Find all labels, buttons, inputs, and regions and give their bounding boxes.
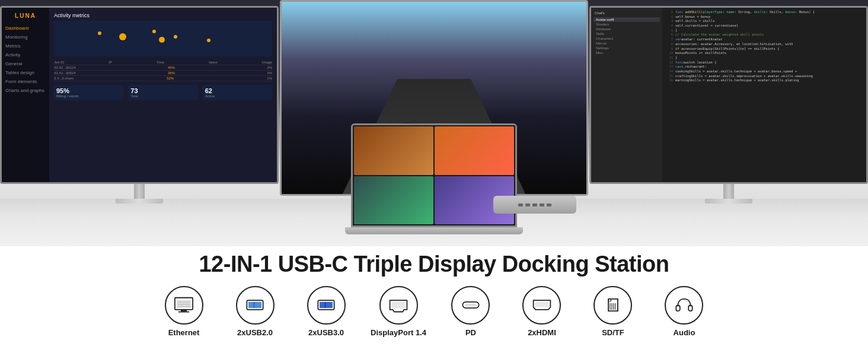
map-dot-6 — [159, 37, 165, 43]
dock-port-1 — [518, 204, 523, 206]
hdmi-label: 2xHDMI — [528, 328, 556, 337]
file-avatar: Avatar.swift — [593, 17, 660, 22]
map-dot-1 — [98, 31, 101, 35]
ethernet-svg — [173, 297, 194, 313]
displayport-label: DisplayPort 1.4 — [371, 328, 426, 337]
stat-95: 95% Billing / month — [54, 85, 123, 100]
code-line-11: 11 } — [665, 56, 864, 61]
svg-rect-15 — [465, 304, 477, 306]
code-line-16: 16 earningSkills = avatar.skills.techniq… — [665, 78, 864, 83]
sdtf-icon — [593, 286, 632, 325]
code-line-3: 3 self.skills = skills — [665, 19, 864, 24]
file-menus: Menus — [593, 41, 660, 46]
feature-ethernet: Ethernet — [157, 286, 210, 337]
monitor-right: Chef's Avatar.swift Shaders Attributes S… — [589, 6, 868, 208]
table-row-1: 43.42...39124 45% 2% — [54, 65, 272, 71]
svg-rect-1 — [181, 310, 187, 312]
stat-95-value: 95% — [56, 87, 121, 94]
code-line-8: 8 accessories: avatar.Accessory, at loca… — [665, 42, 864, 47]
audio-svg — [674, 297, 695, 313]
file-attributes: Attributes — [593, 27, 660, 31]
code-line-7: 7 var avatar: currentAvatar — [665, 37, 864, 42]
laptop-content — [353, 125, 515, 225]
code-main: 1 func addSkill(playerType: name: String… — [662, 8, 866, 182]
ethernet-label: Ethernet — [168, 328, 200, 337]
code-line-5: 5 } — [665, 28, 864, 33]
nav-metrics: Metrics — [2, 42, 49, 50]
pd-svg — [460, 297, 481, 313]
features-row: Ethernet 2xUSB2.0 — [157, 286, 711, 337]
code-line-13: 13 case .restaurant: — [665, 65, 864, 69]
nav-activity: Activity — [2, 50, 49, 59]
left-monitor-stand — [134, 184, 145, 199]
usb3-icon — [307, 286, 346, 325]
code-line-10: 10 bonusPoints += skillPoints — [665, 51, 864, 56]
svg-rect-13 — [391, 302, 405, 309]
product-title: 12-IN-1 USB-C Triple Display Docking Sta… — [199, 252, 669, 277]
code-sidebar: Chef's Avatar.swift Shaders Attributes S… — [591, 8, 662, 182]
dock-port-3 — [532, 204, 537, 206]
nav-dashboard: Dashboard — [2, 24, 49, 33]
stat-62: 62 Active — [203, 85, 272, 100]
dock-port-4 — [540, 204, 544, 206]
laptop-tile-3 — [354, 176, 433, 225]
feature-audio: Audio — [658, 286, 711, 337]
code-line-9: 9 if accessoriesEquip(SkillPoints)[to] =… — [665, 47, 864, 52]
nav-general: General — [2, 59, 49, 68]
hdmi-svg — [531, 297, 553, 313]
stat-73-value: 73 — [130, 87, 195, 94]
stat-62-label: Active — [205, 94, 270, 98]
stat-73: 73 Total — [128, 85, 197, 100]
feature-hdmi: 2xHDMI — [515, 286, 569, 337]
sdtf-label: SD/TF — [602, 328, 624, 337]
map-dot-3 — [174, 35, 177, 39]
audio-label: Audio — [674, 328, 695, 337]
usb3-label: 2xUSB3.0 — [308, 328, 344, 337]
usb3-svg — [315, 297, 337, 313]
usb2-svg — [244, 297, 266, 313]
code-editor: Chef's Avatar.swift Shaders Attributes S… — [591, 8, 866, 182]
table-row-3: 3.4...3.chem 52% 1% — [54, 76, 272, 81]
hdmi-icon — [522, 286, 561, 325]
svg-rect-9 — [254, 302, 254, 308]
sdtf-svg — [602, 297, 624, 313]
stat-73-label: Total — [130, 94, 195, 98]
laptop-body — [345, 227, 523, 234]
image-section: LUNA Dashboard Monitoring Metrics Activi… — [0, 0, 868, 246]
table-header-row: Job ID IP Time Value Usage — [54, 60, 272, 65]
dp-svg — [388, 297, 409, 313]
file-characters: Characters — [593, 36, 660, 41]
luna-sidebar: LUNA Dashboard Monitoring Metrics Activi… — [2, 8, 49, 182]
nav-forms: Form elements — [2, 77, 49, 86]
laptop-tile-2 — [435, 126, 514, 175]
code-line-4: 4 self.currentLevel = currentLevel — [665, 24, 864, 28]
svg-rect-11 — [320, 302, 333, 308]
dock-port-2 — [525, 204, 530, 206]
feature-usb3: 2xUSB3.0 — [299, 286, 353, 337]
svg-rect-12 — [325, 302, 326, 308]
displayport-icon — [379, 286, 418, 325]
file-settings: Settings — [593, 46, 660, 50]
bottom-section: 12-IN-1 USB-C Triple Display Docking Sta… — [0, 246, 868, 356]
docking-station — [493, 196, 576, 214]
luna-logo: LUNA — [15, 12, 36, 19]
sidebar-header-chefs: Chef's — [593, 10, 660, 16]
file-skills: Skills — [593, 31, 660, 36]
pd-label: PD — [465, 328, 476, 337]
audio-icon — [665, 286, 703, 325]
nav-charts: Charts and graphs — [2, 86, 49, 95]
stat-95-label: Billing / month — [56, 94, 121, 98]
right-screen: Chef's Avatar.swift Shaders Attributes S… — [589, 6, 868, 184]
world-map — [54, 21, 272, 56]
code-line-12: 12 func switch location { — [665, 61, 864, 65]
feature-usb2: 2xUSB2.0 — [228, 286, 282, 337]
monitor-left: LUNA Dashboard Monitoring Metrics Activi… — [0, 6, 279, 208]
svg-rect-2 — [178, 312, 190, 313]
pd-icon — [451, 286, 490, 325]
monitors-wrapper: LUNA Dashboard Monitoring Metrics Activi… — [0, 0, 868, 246]
col-value: Value — [209, 61, 218, 64]
col-jobid: Job ID — [54, 61, 64, 64]
server-activity-table: Job ID IP Time Value Usage 43.42...39124… — [54, 60, 272, 81]
col-usage: Usage — [262, 61, 272, 64]
right-monitor-base — [705, 199, 752, 204]
